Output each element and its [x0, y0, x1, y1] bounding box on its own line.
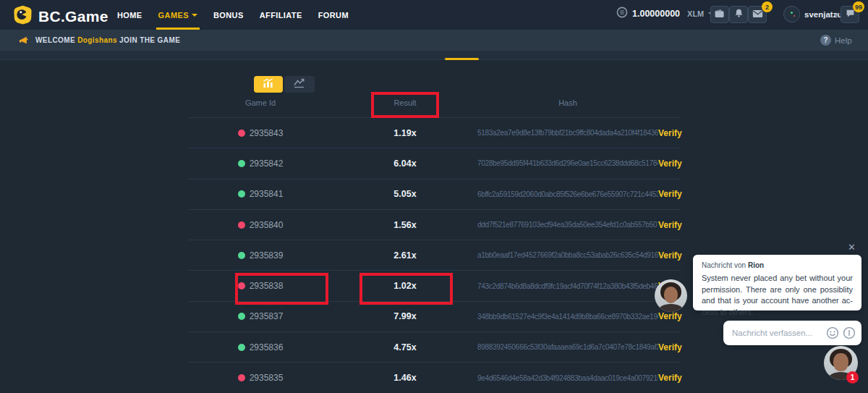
verify-link[interactable]: Verify	[658, 311, 680, 321]
nav-item-affiliate[interactable]: AFFILIATE	[260, 0, 302, 30]
status-dot	[238, 221, 245, 229]
result-value: 1.19x	[333, 128, 477, 138]
result-value: 1.56x	[333, 220, 477, 230]
welcome-prefix: WELCOME	[35, 36, 77, 44]
chat-sender-avatar[interactable]	[655, 279, 687, 312]
result-value: 5.05x	[333, 189, 477, 199]
chat-input-bar	[723, 321, 861, 345]
game-id-cell[interactable]: 2935843	[188, 128, 333, 138]
user-avatar[interactable]	[783, 6, 800, 22]
status-dot	[238, 313, 245, 320]
verify-link[interactable]: Verify	[658, 159, 680, 169]
game-id: 2935841	[250, 189, 284, 199]
chat-message-card: Nachricht von Rion System never placed a…	[693, 255, 861, 310]
chat-input[interactable]	[732, 329, 822, 337]
messages-button[interactable]: 2	[748, 6, 767, 23]
emoji-icon[interactable]	[826, 326, 839, 339]
game-id: 2935836	[250, 342, 284, 352]
content-top-strip	[0, 51, 868, 59]
verify-link[interactable]: Verify	[658, 220, 680, 230]
chevron-down-icon	[192, 14, 197, 17]
hash-value: 6bffc2a59159d2060d0abc85f526e6be676e5590…	[477, 190, 658, 198]
help-button[interactable]: ? Help	[820, 35, 852, 46]
result-value: 1.46x	[333, 373, 477, 383]
game-id-cell[interactable]: 2935839	[188, 250, 333, 261]
balance-selector[interactable]: 1.00000000 XLM	[616, 7, 714, 21]
envelope-icon	[752, 8, 763, 21]
trend-view-toggle[interactable]	[284, 76, 315, 93]
brand-name: BC.Game	[38, 8, 109, 25]
nav-item-forum[interactable]: FORUM	[318, 0, 349, 30]
nav-item-bonus[interactable]: BONUS	[213, 0, 244, 30]
chat-message-text: System never placed any bet without your…	[702, 273, 853, 318]
notifications-button[interactable]	[729, 6, 748, 23]
horizontal-divider	[0, 59, 868, 60]
hash-value: a1bb0eaaf17ed4527669f2a0bba8cc53abab26c6…	[477, 251, 658, 259]
balance-currency: XLM	[687, 9, 704, 18]
verify-link[interactable]: Verify	[658, 342, 680, 352]
chat-from-label: Nachricht von	[702, 261, 748, 269]
hash-value: 348bb9db61527e4c9f3e4a1414d9b8ba66ce8970…	[477, 313, 658, 321]
status-dot	[238, 160, 245, 167]
close-icon[interactable]: ✕	[848, 242, 856, 253]
trend-line-icon	[293, 78, 306, 91]
nav-label: AFFILIATE	[260, 11, 302, 20]
table-row: 2935842 6.04x 7028be95dd95f441b633d6d296…	[188, 148, 680, 178]
status-dot	[238, 374, 245, 381]
bell-icon	[734, 8, 744, 21]
top-navigation-bar: BC.Game HOME GAMES BONUS AFFILIATE FORUM…	[0, 0, 868, 30]
status-dot	[238, 130, 245, 137]
balance-amount: 1.00000000	[632, 9, 680, 19]
game-id: 2935837	[250, 311, 284, 321]
table-row: 2935835 1.46x 9e4d6546d4e58a42d3b4f92488…	[188, 362, 680, 392]
table-row: 2935840 1.56x ddd7f521e87769103ecf94ea35…	[188, 209, 680, 240]
result-value: 6.04x	[333, 159, 477, 169]
nav-label: HOME	[117, 11, 142, 20]
game-id: 2935840	[250, 220, 284, 230]
help-label: Help	[835, 36, 852, 45]
game-id: 2935839	[250, 250, 284, 261]
nav-label: FORUM	[318, 11, 349, 20]
panel-collapse-handle[interactable]	[445, 58, 479, 60]
nav-item-home[interactable]: HOME	[117, 0, 142, 30]
nav-label: BONUS	[213, 11, 244, 20]
brand-logo[interactable]: BC.Game	[13, 5, 109, 28]
hash-value: 8988392450666c53f30afaaaea69c1d6a7c0407e…	[477, 343, 658, 351]
game-id: 2935842	[250, 159, 284, 169]
wallet-icon	[714, 8, 726, 21]
game-id-cell[interactable]: 2935842	[188, 159, 333, 169]
verify-link[interactable]: Verify	[658, 250, 680, 261]
game-id-cell[interactable]: 2935841	[188, 189, 333, 199]
game-id-cell[interactable]: 2935835	[188, 373, 333, 383]
game-id-cell[interactable]: 2935836	[188, 342, 333, 352]
welcome-username: Dogishans	[77, 36, 117, 44]
result-value: 7.99x	[333, 311, 477, 321]
column-header-game-id: Game Id	[188, 98, 333, 107]
result-value: 4.75x	[333, 342, 477, 352]
bcgame-logo-icon	[13, 5, 33, 28]
wallet-button[interactable]	[710, 6, 729, 23]
coin-icon	[616, 7, 628, 21]
main-nav: HOME GAMES BONUS AFFILIATE FORUM	[117, 0, 349, 30]
bar-chart-icon	[262, 78, 275, 91]
game-id-cell[interactable]: 2935840	[188, 220, 333, 230]
history-table: 2935843 1.19x 5183a2ea7e9d8e13fb79bbf21b…	[188, 117, 680, 393]
annotation-box-result-header	[371, 92, 439, 118]
chat-badge: 99	[853, 1, 864, 12]
verify-link[interactable]: Verify	[658, 189, 680, 199]
welcome-suffix: JOIN THE GAME	[117, 36, 180, 44]
question-mark-icon: ?	[820, 35, 831, 46]
table-row: 2935837 7.99x 348bb9db61527e4c9f3e4a1414…	[188, 301, 680, 331]
chat-toggle-button[interactable]: 99	[841, 6, 859, 23]
welcome-banner: WELCOME Dogishans JOIN THE GAME ? Help	[0, 30, 868, 51]
verify-link[interactable]: Verify	[658, 128, 680, 138]
status-dot	[238, 252, 245, 259]
nav-item-games[interactable]: GAMES	[158, 0, 197, 30]
verify-link[interactable]: Verify	[658, 373, 680, 383]
game-id-cell[interactable]: 2935837	[188, 311, 333, 321]
chat-message-from: Nachricht von Rion	[702, 261, 853, 269]
status-dot	[238, 344, 245, 351]
history-view-toggle[interactable]	[254, 76, 283, 93]
hash-value: 9e4d6546d4e58a42d3b4f924883baa4daac019ce…	[477, 374, 658, 382]
attachment-icon[interactable]	[843, 326, 856, 339]
